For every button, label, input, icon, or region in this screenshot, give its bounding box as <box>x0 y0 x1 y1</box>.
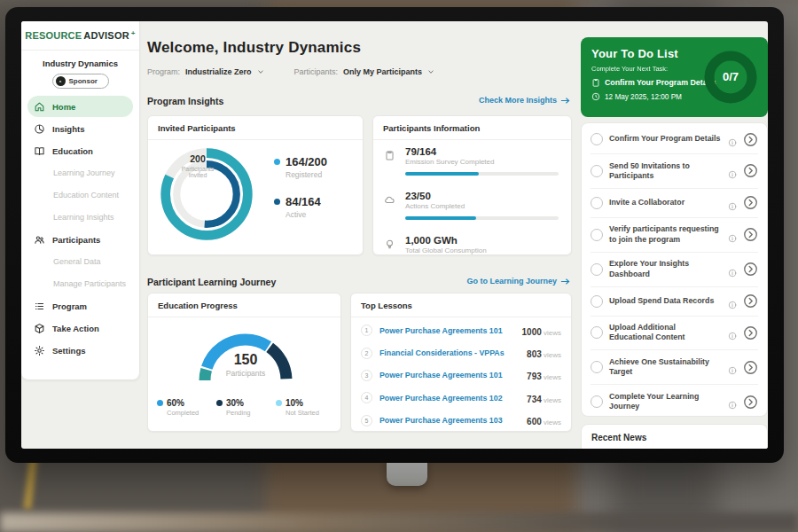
task-checkbox[interactable] <box>591 197 603 209</box>
stat-row: 79/164 Emission Survey Completed <box>384 146 559 176</box>
legend-value: 30% <box>226 398 244 408</box>
task-checkbox[interactable] <box>591 326 603 339</box>
task-checkbox[interactable] <box>591 395 603 408</box>
info-icon <box>728 135 737 144</box>
sidebar-item-label: General Data <box>53 257 101 266</box>
task-label: Verify participants requesting to join t… <box>609 224 722 245</box>
task-open-button[interactable] <box>743 325 758 340</box>
program-select[interactable]: Program: Industrialize Zero <box>147 67 264 76</box>
clock-icon <box>591 92 600 101</box>
participants-select[interactable]: Participants: Only My Participants <box>294 67 435 76</box>
legend-dot <box>274 199 280 205</box>
info-icon <box>728 231 737 239</box>
consumption-icon <box>384 238 395 249</box>
lesson-link[interactable]: Power Purchase Agreements 103 <box>379 416 503 425</box>
participants-information-title: Participants Information <box>373 116 571 140</box>
lesson-views: 793 views <box>527 367 561 383</box>
legend-dot <box>216 400 223 406</box>
task-checkbox[interactable] <box>591 229 603 241</box>
sidebar-item-education-content[interactable]: Education Content <box>27 184 133 206</box>
info-icon <box>728 265 737 274</box>
lesson-link[interactable]: Power Purchase Agreements 101 <box>379 326 503 335</box>
invited-participants-card: Invited Participants 200 Participants In… <box>147 115 364 255</box>
stat-progress-bar <box>405 172 559 176</box>
participants-select-value: Only My Participants <box>343 67 422 76</box>
sidebar-item-settings[interactable]: Settings <box>27 340 133 361</box>
lesson-views: 803 views <box>527 345 561 361</box>
todo-tasks-card: Confirm Your Program Details Send 50 Inv… <box>581 122 768 417</box>
stat-row: 1,000 GWh Total Global Consumption <box>384 235 559 254</box>
survey-icon <box>384 149 395 160</box>
check-more-insights-link[interactable]: Check More Insights <box>479 96 570 105</box>
task-open-button[interactable] <box>743 132 758 147</box>
lesson-link[interactable]: Power Purchase Agreements 101 <box>379 371 503 379</box>
sidebar-item-label: Take Action <box>52 324 99 333</box>
legend-label: Completed <box>167 409 216 417</box>
sponsor-badge[interactable]: Sponsor <box>52 74 109 89</box>
task-open-button[interactable] <box>743 163 758 178</box>
gauge-legend-item: 10%Not Started <box>276 398 335 417</box>
task-open-button[interactable] <box>743 293 758 309</box>
legend-dot <box>276 400 282 406</box>
actions-icon <box>384 193 395 205</box>
gauge-center-value: 150 <box>187 352 304 368</box>
invited-participants-title: Invited Participants <box>148 116 363 140</box>
task-label: Confirm Your Program Details <box>609 134 722 144</box>
gauge-legend-item: 30%Pending <box>216 398 276 417</box>
stat-label: Total Global Consumption <box>405 246 559 254</box>
stat-row: 23/50 Actions Completed <box>384 191 559 220</box>
legend-dot <box>274 159 280 165</box>
task-checkbox[interactable] <box>591 133 603 145</box>
lesson-row: 3 Power Purchase Agreements 101 793 view… <box>361 364 561 387</box>
sponsor-icon <box>56 76 66 86</box>
sidebar-item-general-data[interactable]: General Data <box>27 251 133 272</box>
program-select-value: Industrialize Zero <box>185 67 252 76</box>
lesson-link[interactable]: Financial Considerations - VPPAs <box>379 348 505 357</box>
task-label: Explore Your Insights Dashboard <box>609 259 722 279</box>
sidebar-item-take-action[interactable]: Take Action <box>27 317 133 339</box>
task-checkbox[interactable] <box>591 361 603 373</box>
section-title-learning-journey: Participant Learning Journey <box>147 277 276 287</box>
lesson-link[interactable]: Power Purchase Agreements 102 <box>379 394 503 403</box>
task-row-send-50-invitations-to-participants: Send 50 Invitations to Participants <box>591 154 758 189</box>
education-icon <box>34 145 45 157</box>
task-open-button[interactable] <box>743 395 758 410</box>
lesson-rank: 3 <box>361 370 372 381</box>
task-checkbox[interactable] <box>591 263 603 276</box>
gauge-legend-item: 60%Completed <box>157 398 216 417</box>
donut-center-label: Participants Invited <box>148 166 247 178</box>
todo-summary-card: Your To Do List Complete Your Next Task:… <box>581 37 768 117</box>
info-icon <box>728 167 737 176</box>
donut-legend: 164/200Registered84/164Active <box>274 155 327 235</box>
task-checkbox[interactable] <box>591 165 603 177</box>
task-open-button[interactable] <box>743 195 758 210</box>
logo-secondary: ADVISOR <box>83 30 129 41</box>
chevron-down-icon <box>257 68 264 75</box>
sidebar-item-insights[interactable]: Insights <box>27 118 133 139</box>
task-open-button[interactable] <box>743 360 758 375</box>
stat-label: Emission Survey Completed <box>405 158 559 166</box>
arrow-right-icon <box>560 278 570 286</box>
stat-value: 79/164 <box>405 146 559 157</box>
sidebar-item-learning-journey[interactable]: Learning Journey <box>27 162 133 184</box>
stat-progress-bar <box>405 216 559 220</box>
filter-bar: Program: Industrialize Zero Participants… <box>147 67 434 76</box>
task-open-button[interactable] <box>743 227 758 242</box>
legend-dot <box>157 400 163 406</box>
sidebar-item-education[interactable]: Education <box>27 140 133 161</box>
go-to-learning-journey-link[interactable]: Go to Learning Journey <box>466 277 570 286</box>
stat-label: Actions Completed <box>405 202 559 210</box>
task-checkbox[interactable] <box>591 295 603 308</box>
task-row-upload-additional-educational-content: Upload Additional Educational Content <box>591 317 758 351</box>
donut-legend-item: 164/200Registered <box>274 155 327 179</box>
legend-value: 10% <box>286 398 303 408</box>
sidebar-item-learning-insights[interactable]: Learning Insights <box>27 207 133 228</box>
sidebar-item-participants[interactable]: Participants <box>27 229 133 250</box>
task-open-button[interactable] <box>743 262 758 277</box>
check-more-insights-label: Check More Insights <box>479 96 557 105</box>
sidebar-item-program[interactable]: Program <box>27 295 133 317</box>
todo-next-task: Confirm Your Program Details <box>605 78 716 87</box>
sidebar-item-manage-participants[interactable]: Manage Participants <box>27 273 133 294</box>
sidebar-item-home[interactable]: Home <box>27 96 133 117</box>
recent-news-card: Recent News <box>581 424 768 449</box>
